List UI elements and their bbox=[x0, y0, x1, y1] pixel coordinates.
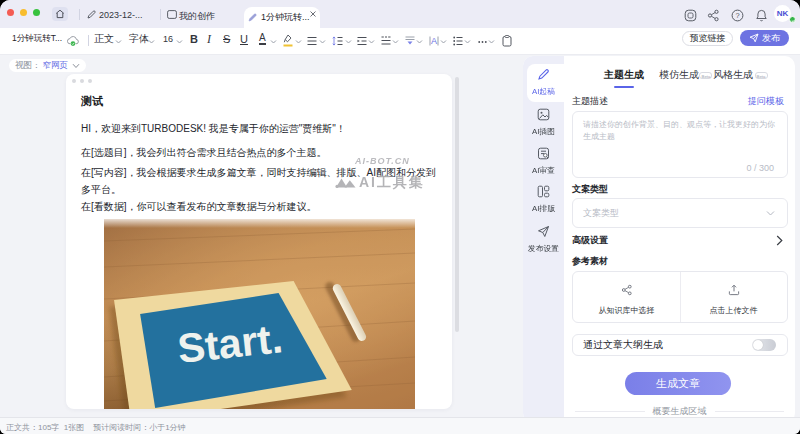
svg-text:A: A bbox=[431, 36, 437, 46]
svg-text:?: ? bbox=[735, 11, 739, 20]
